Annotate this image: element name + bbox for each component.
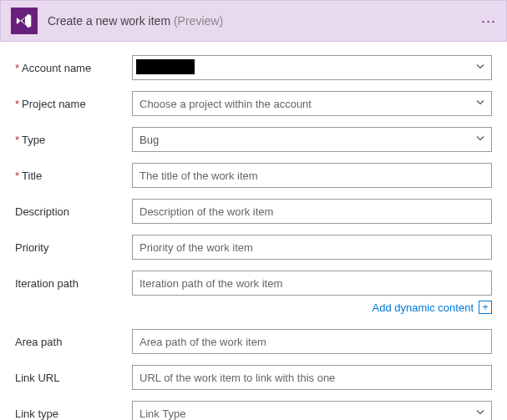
project-name-input[interactable]	[139, 98, 484, 110]
account-name-label: Account name	[15, 62, 132, 74]
priority-label: Priority	[15, 241, 132, 254]
priority-input[interactable]	[139, 241, 484, 254]
type-label: Type	[15, 134, 132, 146]
title-label: Title	[15, 170, 132, 182]
description-input[interactable]	[139, 205, 484, 218]
overflow-menu-icon[interactable]: ···	[481, 13, 496, 30]
iteration-input[interactable]	[139, 277, 484, 290]
area-input[interactable]	[139, 336, 484, 348]
area-label: Area path	[15, 336, 132, 348]
project-name-label: Project name	[15, 98, 132, 110]
title-field[interactable]	[132, 163, 492, 188]
type-value: Bug	[139, 134, 159, 146]
area-field[interactable]	[132, 329, 492, 354]
link-type-label: Link type	[15, 407, 132, 420]
iteration-field[interactable]	[132, 271, 492, 296]
link-type-select[interactable]	[132, 401, 492, 420]
description-field[interactable]	[132, 199, 492, 224]
title-input[interactable]	[139, 170, 484, 182]
title-text: Create a new work item	[48, 14, 170, 28]
description-label: Description	[15, 205, 132, 218]
iteration-label: Iteration path	[15, 277, 132, 290]
priority-field[interactable]	[132, 235, 492, 260]
link-url-input[interactable]	[139, 372, 484, 384]
redacted-account	[136, 59, 195, 74]
type-select[interactable]: Bug	[132, 127, 492, 152]
link-url-label: Link URL	[15, 372, 132, 384]
card-header: Create a new work item (Preview) ···	[0, 0, 507, 42]
preview-tag: (Preview)	[174, 14, 223, 28]
add-dynamic-content-link[interactable]: Add dynamic content	[373, 301, 474, 314]
account-name-select[interactable]	[132, 55, 492, 80]
card-title: Create a new work item (Preview)	[48, 14, 481, 28]
project-name-select[interactable]	[132, 91, 492, 116]
visual-studio-icon	[11, 8, 38, 34]
plus-icon[interactable]: +	[479, 301, 492, 314]
form-body: Account name Project name Type Bug Titl	[0, 42, 507, 420]
link-url-field[interactable]	[132, 365, 492, 390]
link-type-input[interactable]	[139, 407, 484, 420]
